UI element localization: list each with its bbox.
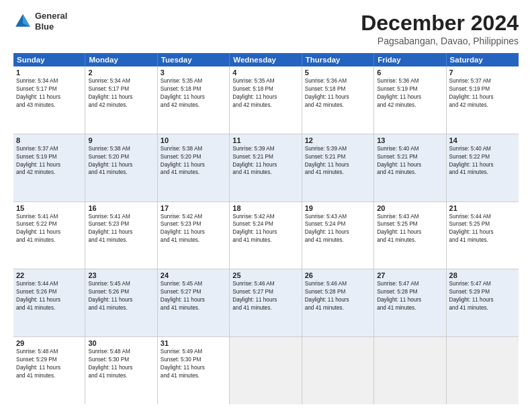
day-cell-28: 28Sunrise: 5:47 AM Sunset: 5:29 PM Dayli…	[447, 269, 519, 336]
page: General Blue December 2024 Pagsabangan, …	[0, 0, 532, 411]
day-number: 27	[377, 271, 443, 279]
day-cell-31: 31Sunrise: 5:49 AM Sunset: 5:30 PM Dayli…	[158, 337, 230, 404]
day-cell-1: 1Sunrise: 5:34 AM Sunset: 5:17 PM Daylig…	[13, 66, 85, 134]
day-number: 16	[88, 204, 154, 212]
logo-icon	[13, 12, 32, 31]
day-number: 2	[88, 68, 154, 77]
day-info: Sunrise: 5:35 AM Sunset: 5:18 PM Dayligh…	[161, 77, 226, 109]
day-cell-27: 27Sunrise: 5:47 AM Sunset: 5:28 PM Dayli…	[374, 269, 446, 336]
day-number: 10	[161, 136, 226, 144]
day-cell-29: 29Sunrise: 5:48 AM Sunset: 5:29 PM Dayli…	[13, 337, 85, 404]
header-day-friday: Friday	[374, 53, 446, 66]
day-number: 6	[377, 68, 443, 77]
day-number: 21	[449, 204, 516, 212]
day-info: Sunrise: 5:37 AM Sunset: 5:19 PM Dayligh…	[449, 77, 516, 109]
calendar-header: SundayMondayTuesdayWednesdayThursdayFrid…	[13, 53, 519, 66]
day-cell-20: 20Sunrise: 5:43 AM Sunset: 5:25 PM Dayli…	[374, 202, 446, 269]
day-number: 15	[16, 204, 82, 212]
day-info: Sunrise: 5:36 AM Sunset: 5:18 PM Dayligh…	[305, 77, 371, 109]
day-number: 3	[161, 68, 226, 77]
day-number: 5	[305, 68, 371, 77]
day-info: Sunrise: 5:40 AM Sunset: 5:22 PM Dayligh…	[449, 145, 516, 177]
calendar-row-5: 29Sunrise: 5:48 AM Sunset: 5:29 PM Dayli…	[13, 337, 519, 404]
calendar-row-3: 15Sunrise: 5:41 AM Sunset: 5:22 PM Dayli…	[13, 202, 519, 270]
logo: General Blue	[13, 11, 67, 32]
day-info: Sunrise: 5:45 AM Sunset: 5:26 PM Dayligh…	[88, 280, 154, 312]
day-info: Sunrise: 5:38 AM Sunset: 5:20 PM Dayligh…	[161, 145, 226, 177]
empty-cell	[447, 337, 519, 404]
calendar-row-4: 22Sunrise: 5:44 AM Sunset: 5:26 PM Dayli…	[13, 269, 519, 337]
header-day-sunday: Sunday	[13, 53, 85, 66]
day-info: Sunrise: 5:47 AM Sunset: 5:29 PM Dayligh…	[449, 280, 516, 312]
day-number: 20	[377, 204, 443, 212]
day-info: Sunrise: 5:40 AM Sunset: 5:21 PM Dayligh…	[377, 145, 443, 177]
day-info: Sunrise: 5:39 AM Sunset: 5:21 PM Dayligh…	[232, 145, 298, 177]
header-day-monday: Monday	[85, 53, 157, 66]
day-info: Sunrise: 5:45 AM Sunset: 5:27 PM Dayligh…	[161, 280, 226, 312]
day-info: Sunrise: 5:49 AM Sunset: 5:30 PM Dayligh…	[161, 348, 226, 380]
day-info: Sunrise: 5:37 AM Sunset: 5:19 PM Dayligh…	[16, 145, 82, 177]
calendar-row-1: 1Sunrise: 5:34 AM Sunset: 5:17 PM Daylig…	[13, 66, 519, 134]
day-cell-9: 9Sunrise: 5:38 AM Sunset: 5:20 PM Daylig…	[85, 134, 157, 201]
day-cell-3: 3Sunrise: 5:35 AM Sunset: 5:18 PM Daylig…	[158, 66, 230, 134]
day-number: 11	[232, 136, 298, 144]
day-cell-5: 5Sunrise: 5:36 AM Sunset: 5:18 PM Daylig…	[302, 66, 374, 134]
day-number: 22	[16, 271, 82, 279]
day-cell-11: 11Sunrise: 5:39 AM Sunset: 5:21 PM Dayli…	[230, 134, 302, 201]
logo-text: General Blue	[35, 11, 67, 32]
day-number: 26	[305, 271, 371, 279]
day-cell-13: 13Sunrise: 5:40 AM Sunset: 5:21 PM Dayli…	[374, 134, 446, 201]
day-number: 8	[16, 136, 82, 144]
day-number: 29	[16, 339, 82, 347]
empty-cell	[230, 337, 302, 404]
day-cell-4: 4Sunrise: 5:35 AM Sunset: 5:18 PM Daylig…	[230, 66, 302, 134]
subtitle: Pagsabangan, Davao, Philippines	[361, 36, 519, 46]
day-number: 28	[449, 271, 516, 279]
day-number: 13	[377, 136, 443, 144]
day-info: Sunrise: 5:42 AM Sunset: 5:23 PM Dayligh…	[161, 213, 226, 245]
day-info: Sunrise: 5:35 AM Sunset: 5:18 PM Dayligh…	[232, 77, 298, 109]
day-info: Sunrise: 5:38 AM Sunset: 5:20 PM Dayligh…	[88, 145, 154, 177]
day-cell-26: 26Sunrise: 5:46 AM Sunset: 5:28 PM Dayli…	[302, 269, 374, 336]
day-info: Sunrise: 5:34 AM Sunset: 5:17 PM Dayligh…	[16, 77, 82, 109]
title-block: December 2024 Pagsabangan, Davao, Philip…	[361, 11, 519, 46]
day-number: 31	[161, 339, 226, 347]
day-cell-19: 19Sunrise: 5:43 AM Sunset: 5:24 PM Dayli…	[302, 202, 374, 269]
day-number: 4	[232, 68, 298, 77]
calendar-body: 1Sunrise: 5:34 AM Sunset: 5:17 PM Daylig…	[13, 66, 519, 404]
day-cell-21: 21Sunrise: 5:44 AM Sunset: 5:25 PM Dayli…	[447, 202, 519, 269]
day-cell-15: 15Sunrise: 5:41 AM Sunset: 5:22 PM Dayli…	[13, 202, 85, 269]
day-info: Sunrise: 5:48 AM Sunset: 5:29 PM Dayligh…	[16, 348, 82, 380]
day-number: 23	[88, 271, 154, 279]
day-info: Sunrise: 5:48 AM Sunset: 5:30 PM Dayligh…	[88, 348, 154, 380]
day-cell-22: 22Sunrise: 5:44 AM Sunset: 5:26 PM Dayli…	[13, 269, 85, 336]
day-info: Sunrise: 5:46 AM Sunset: 5:27 PM Dayligh…	[232, 280, 298, 312]
empty-cell	[302, 337, 374, 404]
day-info: Sunrise: 5:46 AM Sunset: 5:28 PM Dayligh…	[305, 280, 371, 312]
day-number: 14	[449, 136, 516, 144]
calendar: SundayMondayTuesdayWednesdayThursdayFrid…	[13, 53, 519, 404]
day-info: Sunrise: 5:39 AM Sunset: 5:21 PM Dayligh…	[305, 145, 371, 177]
day-number: 25	[232, 271, 298, 279]
day-number: 24	[161, 271, 226, 279]
day-cell-18: 18Sunrise: 5:42 AM Sunset: 5:24 PM Dayli…	[230, 202, 302, 269]
day-info: Sunrise: 5:44 AM Sunset: 5:26 PM Dayligh…	[16, 280, 82, 312]
empty-cell	[374, 337, 446, 404]
day-cell-8: 8Sunrise: 5:37 AM Sunset: 5:19 PM Daylig…	[13, 134, 85, 201]
day-info: Sunrise: 5:36 AM Sunset: 5:19 PM Dayligh…	[377, 77, 443, 109]
day-info: Sunrise: 5:41 AM Sunset: 5:23 PM Dayligh…	[88, 213, 154, 245]
header-day-saturday: Saturday	[447, 53, 519, 66]
day-cell-6: 6Sunrise: 5:36 AM Sunset: 5:19 PM Daylig…	[374, 66, 446, 134]
day-number: 7	[449, 68, 516, 77]
day-cell-7: 7Sunrise: 5:37 AM Sunset: 5:19 PM Daylig…	[447, 66, 519, 134]
day-info: Sunrise: 5:43 AM Sunset: 5:25 PM Dayligh…	[377, 213, 443, 245]
day-info: Sunrise: 5:43 AM Sunset: 5:24 PM Dayligh…	[305, 213, 371, 245]
header: General Blue December 2024 Pagsabangan, …	[13, 11, 519, 46]
day-number: 30	[88, 339, 154, 347]
day-cell-24: 24Sunrise: 5:45 AM Sunset: 5:27 PM Dayli…	[158, 269, 230, 336]
day-cell-16: 16Sunrise: 5:41 AM Sunset: 5:23 PM Dayli…	[85, 202, 157, 269]
day-number: 1	[16, 68, 82, 77]
header-day-wednesday: Wednesday	[230, 53, 302, 66]
day-cell-2: 2Sunrise: 5:34 AM Sunset: 5:17 PM Daylig…	[85, 66, 157, 134]
day-number: 19	[305, 204, 371, 212]
